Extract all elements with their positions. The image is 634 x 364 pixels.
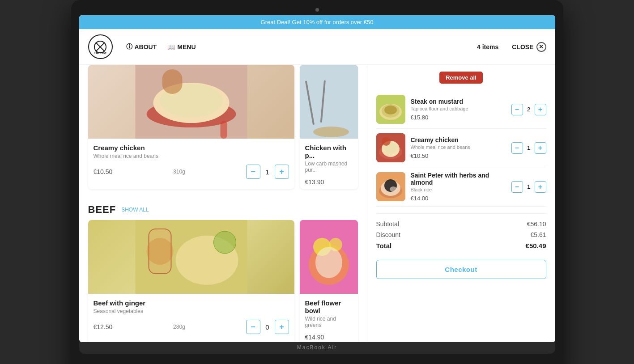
nav-links: ⓘ ABOUT 📖 MENU xyxy=(126,43,196,51)
beef1-increment[interactable]: + xyxy=(275,320,289,334)
saint-cart-image xyxy=(376,172,405,201)
svg-point-23 xyxy=(315,247,342,278)
svg-rect-9 xyxy=(220,121,227,139)
checkout-button[interactable]: Checkout xyxy=(376,260,546,279)
beef2-title: Beef flower bowl xyxy=(305,299,353,314)
beef1-subtitle: Seasonal vegetables xyxy=(94,308,289,314)
beef2-footer: €14.90 xyxy=(305,334,353,341)
about-link[interactable]: ⓘ ABOUT xyxy=(126,43,157,51)
creamy-cart-info: Creamy chicken Whole meal rice and beans… xyxy=(411,136,506,159)
creamy-chicken-qty-controls: − 1 + xyxy=(246,165,289,179)
discount-row: Discount €5.61 xyxy=(376,231,546,238)
svg-point-16 xyxy=(146,238,173,265)
beef-section-header: BEEF SHOW ALL xyxy=(88,196,358,220)
chicken-with-body: Chicken with p... Low carb mashed pur...… xyxy=(300,139,358,189)
close-icon: ✕ xyxy=(536,42,546,52)
creamy-chicken-subtitle: Whole meal rice and beans xyxy=(94,153,289,159)
beef2-body: Beef flower bowl Wild rice and greens €1… xyxy=(300,294,358,342)
creamy-chicken-weight: 310g xyxy=(173,169,185,175)
book-icon: 📖 xyxy=(167,43,175,51)
svg-point-37 xyxy=(390,186,397,192)
beef1-price: €12.50 xyxy=(94,323,113,330)
cart-item-creamy: Creamy chicken Whole meal rice and beans… xyxy=(376,129,546,167)
saint-qty-controls: − 1 + xyxy=(511,181,546,193)
creamy-chicken-increment[interactable]: + xyxy=(275,165,289,179)
steak-image xyxy=(376,95,405,124)
menu-link[interactable]: 📖 MENU xyxy=(167,43,196,51)
steak-qty: 2 xyxy=(526,106,532,113)
steak-qty-controls: − 2 + xyxy=(511,104,546,115)
menu-card-chicken-with: Chicken with p... Low carb mashed pur...… xyxy=(300,65,358,189)
saint-cart-info: Saint Peter with herbs and almond Black … xyxy=(411,172,506,202)
beef2-subtitle: Wild rice and greens xyxy=(305,316,353,328)
steak-title: Steak on mustard xyxy=(411,98,506,105)
subtotal-value: €56.10 xyxy=(527,220,546,228)
cart-panel: Remove all Steak on mustard Tapioca fl xyxy=(367,65,555,342)
saint-cart-title: Saint Peter with herbs and almond xyxy=(411,172,506,186)
left-panel: Creamy chicken Whole meal rice and beans… xyxy=(79,65,367,342)
promo-bar: Great Deal! Get 10% off for orders over … xyxy=(79,15,555,29)
remove-all-button[interactable]: Remove all xyxy=(439,72,483,84)
chicken-with-subtitle: Low carb mashed pur... xyxy=(305,161,353,173)
beef-show-all[interactable]: SHOW ALL xyxy=(121,207,149,213)
total-row: Total €50.49 xyxy=(376,242,546,250)
chicken-with-footer: €13.90 xyxy=(305,178,353,186)
creamy-cart-image xyxy=(376,133,405,162)
chicken-with-title: Chicken with p... xyxy=(305,144,353,159)
creamy-chicken-image xyxy=(88,65,294,139)
beef1-image xyxy=(88,220,294,294)
creamy-chicken-footer: €10.50 310g − 1 + xyxy=(94,165,289,179)
beef1-title: Beef with ginger xyxy=(94,299,289,307)
saint-decrement[interactable]: − xyxy=(511,181,523,193)
discount-label: Discount xyxy=(376,231,400,238)
beef-row: Beef with ginger Seasonal vegetables €12… xyxy=(88,220,358,342)
saint-cart-subtitle: Black rice xyxy=(411,187,506,192)
creamy-increment[interactable]: + xyxy=(535,142,546,154)
main-content: Creamy chicken Whole meal rice and beans… xyxy=(79,65,555,342)
creamy-qty-controls: − 1 + xyxy=(511,142,546,154)
saint-qty: 1 xyxy=(526,183,532,190)
menu-card-beef2: Beef flower bowl Wild rice and greens €1… xyxy=(300,220,358,342)
chicken-with-price: €13.90 xyxy=(305,178,324,186)
creamy-cart-subtitle: Whole meal rice and beans xyxy=(411,144,506,150)
creamy-cart-title: Creamy chicken xyxy=(411,136,506,144)
saint-increment[interactable]: + xyxy=(535,181,546,193)
beef1-qty-controls: − 0 + xyxy=(246,320,289,334)
creamy-chicken-price: €10.50 xyxy=(94,168,113,175)
svg-point-18 xyxy=(213,231,236,254)
creamy-chicken-qty: 1 xyxy=(264,168,271,176)
menu-card-beef1: Beef with ginger Seasonal vegetables €12… xyxy=(88,220,294,342)
menu-card-creamy-chicken: Creamy chicken Whole meal rice and beans… xyxy=(88,65,294,189)
close-button[interactable]: CLOSE ✕ xyxy=(512,42,546,52)
total-label: Total xyxy=(376,242,392,250)
steak-subtitle: Tapioca flour and cabbage xyxy=(411,106,506,111)
svg-point-13 xyxy=(313,127,349,137)
creamy-chicken-decrement[interactable]: − xyxy=(246,165,260,179)
info-icon: ⓘ xyxy=(126,43,132,51)
cart-item-steak: Steak on mustard Tapioca flour and cabba… xyxy=(376,90,546,129)
beef1-qty: 0 xyxy=(264,323,271,331)
creamy-cart-price: €10.50 xyxy=(411,152,506,159)
beef1-footer: €12.50 280g − 0 + xyxy=(94,320,289,334)
beef-section-title: BEEF xyxy=(88,204,116,216)
beef2-image xyxy=(300,220,358,294)
creamy-decrement[interactable]: − xyxy=(511,142,523,154)
total-value: €50.49 xyxy=(526,242,546,250)
svg-point-27 xyxy=(384,106,397,114)
creamy-chicken-title: Creamy chicken xyxy=(94,144,289,152)
steak-decrement[interactable]: − xyxy=(511,104,523,115)
beef2-price: €14.90 xyxy=(305,334,324,341)
beef1-weight: 280g xyxy=(173,324,185,330)
saint-cart-price: €14.00 xyxy=(411,195,506,202)
logo[interactable]: The One xyxy=(88,34,113,59)
steak-increment[interactable]: + xyxy=(535,104,546,115)
svg-rect-8 xyxy=(162,69,182,94)
featured-row: Creamy chicken Whole meal rice and beans… xyxy=(88,65,358,189)
subtotal-row: Subtotal €56.10 xyxy=(376,220,546,228)
svg-point-32 xyxy=(382,137,391,146)
beef1-decrement[interactable]: − xyxy=(246,320,260,334)
steak-info: Steak on mustard Tapioca flour and cabba… xyxy=(411,98,506,121)
chicken-with-image xyxy=(300,65,358,139)
beef1-body: Beef with ginger Seasonal vegetables €12… xyxy=(88,294,294,338)
header: The One ⓘ ABOUT 📖 MENU 4 items CLOSE ✕ xyxy=(79,29,555,65)
